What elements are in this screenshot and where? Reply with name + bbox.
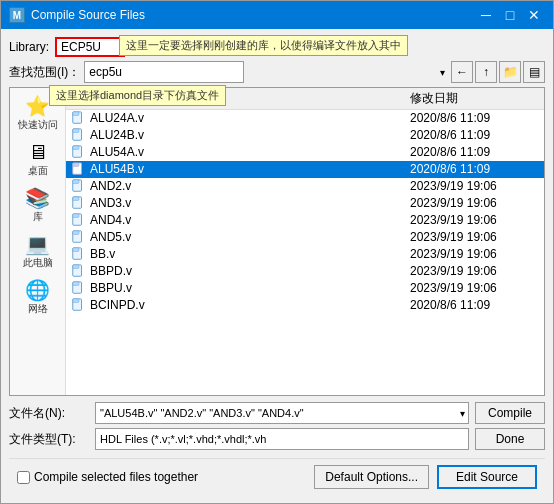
file-name: ALU54A.v [90, 145, 410, 159]
title-bar: M Compile Source Files ─ □ ✕ [1, 1, 553, 29]
file-date: 2020/8/6 11:09 [410, 162, 540, 176]
svg-rect-23 [73, 299, 79, 303]
table-row[interactable]: BB.v 2023/9/19 19:06 [66, 246, 544, 263]
path-back-button[interactable]: ← [451, 61, 473, 83]
file-name: AND5.v [90, 230, 410, 244]
default-options-button[interactable]: Default Options... [314, 465, 429, 489]
bottom-bar: Compile selected files together Default … [9, 458, 545, 495]
file-name: ALU24B.v [90, 128, 410, 142]
content: Library: 这里一定要选择刚刚创建的库，以使得编译文件放入其中 查找范围(… [1, 29, 553, 503]
table-row[interactable]: ALU24B.v 2020/8/6 11:09 [66, 127, 544, 144]
table-row[interactable]: ALU24A.v 2020/8/6 11:09 [66, 110, 544, 127]
sidebar-item-thispc[interactable]: 💻 此电脑 [12, 230, 64, 274]
table-row[interactable]: ALU54B.v 2020/8/6 11:09 [66, 161, 544, 178]
title-controls: ─ □ ✕ [475, 5, 545, 25]
file-name: AND3.v [90, 196, 410, 210]
checkbox-row: Compile selected files together [17, 470, 198, 484]
file-icon [70, 264, 86, 278]
svg-rect-3 [73, 129, 79, 133]
compile-button[interactable]: Compile [475, 402, 545, 424]
sidebar: ⭐ 快速访问 🖥 桌面 📚 库 💻 此电脑 🌐 网络 [10, 88, 66, 395]
sidebar-label-desktop: 桌面 [28, 164, 48, 178]
svg-rect-15 [73, 231, 79, 235]
file-list-container: ⭐ 快速访问 🖥 桌面 📚 库 💻 此电脑 🌐 网络 [9, 87, 545, 396]
filetype-select[interactable]: HDL Files (*.v;*.vl;*.vhd;*.vhdl;*.vh [95, 428, 469, 450]
file-date: 2023/9/19 19:06 [410, 179, 540, 193]
table-row[interactable]: AND3.v 2023/9/19 19:06 [66, 195, 544, 212]
app-icon: M [9, 7, 25, 23]
filetype-label: 文件类型(T): [9, 431, 89, 448]
minimize-button[interactable]: ─ [475, 5, 497, 25]
file-date: 2023/9/19 19:06 [410, 264, 540, 278]
edit-source-button[interactable]: Edit Source [437, 465, 537, 489]
path-view-button[interactable]: ▤ [523, 61, 545, 83]
file-icon [70, 213, 86, 227]
sidebar-label-library: 库 [33, 210, 43, 224]
file-date: 2023/9/19 19:06 [410, 213, 540, 227]
file-date: 2020/8/6 11:09 [410, 128, 540, 142]
path-combo-wrapper: ▾ [84, 61, 447, 83]
maximize-button[interactable]: □ [499, 5, 521, 25]
file-name: AND4.v [90, 213, 410, 227]
file-name: ALU54B.v [90, 162, 410, 176]
sidebar-label-quickaccess: 快速访问 [18, 118, 58, 132]
file-name: BB.v [90, 247, 410, 261]
sidebar-item-desktop[interactable]: 🖥 桌面 [12, 138, 64, 182]
done-button[interactable]: Done [475, 428, 545, 450]
filename-label: 文件名(N): [9, 405, 89, 422]
path-combo-arrow-icon: ▾ [440, 67, 445, 78]
window: M Compile Source Files ─ □ ✕ Library: 这里… [0, 0, 554, 504]
path-up-button[interactable]: ↑ [475, 61, 497, 83]
svg-rect-13 [73, 214, 79, 218]
sidebar-item-library[interactable]: 📚 库 [12, 184, 64, 228]
path-tooltip: 这里选择diamond目录下仿真文件 [49, 85, 226, 106]
filename-input[interactable] [95, 402, 469, 424]
file-date: 2023/9/19 19:06 [410, 281, 540, 295]
filename-row: 文件名(N): ▾ Compile [9, 402, 545, 424]
compile-together-label[interactable]: Compile selected files together [34, 470, 198, 484]
thispc-icon: 💻 [25, 234, 50, 254]
path-buttons: ← ↑ 📁 ▤ [451, 61, 545, 83]
bottom-buttons: Default Options... Edit Source [314, 465, 537, 489]
svg-rect-5 [73, 146, 79, 150]
svg-rect-19 [73, 265, 79, 269]
file-table: 名称 修改日期 ALU24A.v 2020/8/6 11:09 ALU24B.v… [66, 88, 544, 395]
svg-rect-17 [73, 248, 79, 252]
file-name: BBPD.v [90, 264, 410, 278]
file-icon [70, 179, 86, 193]
library-icon: 📚 [25, 188, 50, 208]
compile-together-checkbox[interactable] [17, 471, 30, 484]
table-row[interactable]: ALU54A.v 2020/8/6 11:09 [66, 144, 544, 161]
table-row[interactable]: BCINPD.v 2020/8/6 11:09 [66, 297, 544, 314]
svg-rect-9 [73, 180, 79, 184]
title-bar-left: M Compile Source Files [9, 7, 145, 23]
table-row[interactable]: BBPU.v 2023/9/19 19:06 [66, 280, 544, 297]
filetype-combo-wrapper: HDL Files (*.v;*.vl;*.vhd;*.vhdl;*.vh [95, 428, 469, 450]
bottom-fields: 文件名(N): ▾ Compile 文件类型(T): HDL Files (*.… [9, 402, 545, 450]
table-row[interactable]: AND4.v 2023/9/19 19:06 [66, 212, 544, 229]
file-icon [70, 128, 86, 142]
file-name: ALU24A.v [90, 111, 410, 125]
path-combo[interactable] [84, 61, 244, 83]
file-icon [70, 111, 86, 125]
file-rows-container: ALU24A.v 2020/8/6 11:09 ALU24B.v 2020/8/… [66, 110, 544, 314]
library-input[interactable] [55, 37, 125, 57]
close-button[interactable]: ✕ [523, 5, 545, 25]
file-icon [70, 145, 86, 159]
file-date: 2020/8/6 11:09 [410, 145, 540, 159]
file-date: 2020/8/6 11:09 [410, 111, 540, 125]
filetype-row: 文件类型(T): HDL Files (*.v;*.vl;*.vhd;*.vhd… [9, 428, 545, 450]
svg-rect-21 [73, 282, 79, 286]
quickaccess-icon: ⭐ [25, 96, 50, 116]
file-icon [70, 298, 86, 312]
path-label: 查找范围(I)： [9, 64, 80, 81]
sidebar-label-thispc: 此电脑 [23, 256, 53, 270]
path-newfolder-button[interactable]: 📁 [499, 61, 521, 83]
sidebar-item-network[interactable]: 🌐 网络 [12, 276, 64, 320]
table-row[interactable]: AND2.v 2023/9/19 19:06 [66, 178, 544, 195]
sidebar-label-network: 网络 [28, 302, 48, 316]
table-row[interactable]: AND5.v 2023/9/19 19:06 [66, 229, 544, 246]
table-row[interactable]: BBPD.v 2023/9/19 19:06 [66, 263, 544, 280]
file-name: AND2.v [90, 179, 410, 193]
svg-rect-7 [73, 163, 79, 167]
